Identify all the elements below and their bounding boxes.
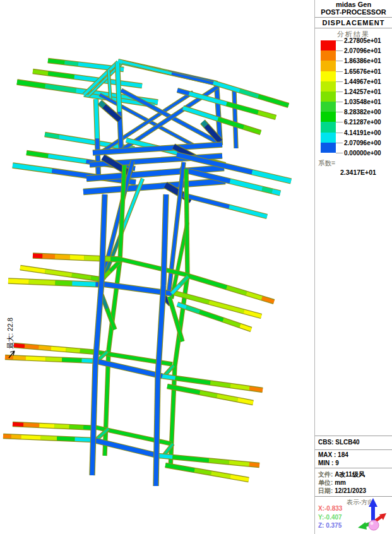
date-value: 12/21/2023: [335, 487, 366, 494]
legend-tick: [336, 81, 343, 82]
structural-member: [117, 63, 121, 151]
legend-tick: [336, 133, 343, 133]
legend-tick: [336, 92, 343, 92]
legend-value: 8.28382e+00: [344, 109, 381, 116]
legend-value: 2.07096e+01: [344, 47, 381, 54]
divider: [315, 468, 392, 468]
app-title: midas Gen: [315, 1, 392, 8]
midas-gen-postprocessor-window: 最大: 22.8 midas Gen POST-PROCESSOR DISPLA…: [0, 0, 392, 534]
legend-color-band: [321, 92, 336, 102]
file-value: A改11级风: [335, 471, 365, 478]
min-node-label: MIN : 9: [318, 460, 339, 466]
display-type-title: DISPLACEMENT: [315, 19, 392, 27]
direction-y: Y:-0.407: [318, 514, 342, 521]
structural-member: [20, 268, 104, 280]
structural-member: [183, 195, 267, 217]
legend-color-band: [321, 81, 336, 92]
structural-member: [3, 436, 93, 440]
legend-value: 1.86386e+01: [344, 57, 381, 64]
factor-value: 2.3417E+01: [340, 169, 376, 176]
structural-member: [163, 194, 166, 285]
mode-title: POST-PROCESSOR: [315, 8, 392, 16]
legend-tick: [336, 143, 343, 143]
structural-member: [14, 345, 97, 352]
legend-color-band: [321, 61, 336, 71]
legend-tick: [336, 153, 343, 153]
factor-label: 系数=: [318, 159, 335, 168]
legend-value: 1.65676e+01: [344, 68, 381, 75]
legend-tick: [336, 102, 343, 102]
results-panel: midas Gen POST-PROCESSOR DISPLACEMENT 分析…: [314, 0, 392, 534]
direction-x: X:-0.833: [318, 505, 342, 512]
structural-member: [122, 62, 221, 85]
legend-color-scale: [321, 40, 336, 153]
legend-value: 6.21287e+00: [344, 119, 381, 126]
legend-color-band: [321, 112, 336, 122]
legend-color-band: [321, 40, 336, 50]
legend-tick: [336, 40, 343, 41]
legend-color-band: [321, 133, 336, 143]
unit-label: 单位:: [318, 479, 333, 486]
legend-color-band: [321, 50, 336, 61]
max-node-label: MAX : 184: [318, 451, 348, 458]
legend-color-band: [321, 143, 336, 153]
divider: [315, 449, 392, 450]
legend-value: 1.24257e+01: [344, 88, 381, 95]
cbs-label: CBS: SLCB40: [318, 439, 360, 446]
divider: [315, 436, 392, 436]
structure-3d-view[interactable]: [0, 0, 314, 534]
legend-value: 0.00000e+00: [344, 150, 381, 157]
structural-member: [5, 357, 95, 361]
legend-tick: [336, 61, 343, 61]
structural-member: [186, 169, 187, 276]
file-row: 文件: A改11级风: [318, 470, 365, 479]
structural-member: [92, 364, 95, 475]
structural-member: [109, 70, 110, 100]
structural-member: [158, 456, 259, 465]
structural-member: [170, 366, 175, 468]
divider: [315, 28, 392, 28]
date-row: 日期: 12/21/2023: [318, 487, 366, 495]
legend-color-band: [321, 71, 336, 81]
model-viewport[interactable]: 最大: 22.8: [0, 0, 314, 534]
structural-member: [33, 256, 121, 259]
structural-member: [156, 377, 158, 486]
legend-value: 2.07096e+00: [344, 139, 381, 146]
direction-z: Z: 0.375: [318, 522, 342, 529]
structural-member: [102, 194, 105, 281]
legend-tick: [336, 122, 343, 122]
divider: [315, 17, 392, 18]
structural-member: [234, 90, 236, 148]
unit-value: mm: [335, 479, 346, 486]
legend-color-band: [321, 102, 336, 112]
legend-value: 4.14191e+00: [344, 129, 381, 136]
legend-value: 1.44967e+01: [344, 78, 381, 85]
axis-triad-icon: [356, 496, 390, 533]
legend-value: 2.27805e+01: [344, 37, 381, 44]
legend-tick: [336, 50, 343, 51]
legend-tick: [336, 112, 343, 112]
legend-color-band: [321, 122, 336, 132]
max-displacement-annotation: 最大: 22.8: [6, 305, 15, 362]
structural-member: [13, 424, 96, 428]
date-label: 日期:: [318, 487, 333, 494]
legend-value: 1.03548e+01: [344, 98, 381, 105]
structural-member: [33, 71, 142, 86]
unit-row: 单位: mm: [318, 478, 346, 487]
file-label: 文件:: [318, 471, 333, 478]
structural-member: [83, 181, 225, 192]
legend-tick: [336, 71, 343, 72]
structural-member: [8, 281, 102, 285]
structural-member: [165, 465, 249, 480]
